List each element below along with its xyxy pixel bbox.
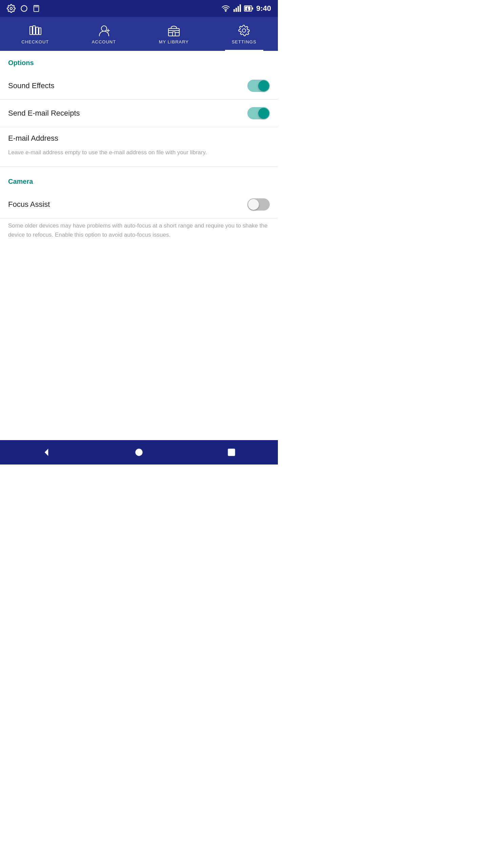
email-address-section: E-mail Address Leave e-mail address empt… (0, 127, 278, 167)
svg-rect-20 (39, 28, 41, 35)
sound-effects-item: Sound Effects (0, 72, 278, 100)
svg-marker-30 (44, 449, 48, 456)
svg-point-29 (242, 29, 246, 32)
nav-item-checkout[interactable]: CHECKOUT (15, 21, 56, 47)
nav-label-my-library: MY LIBRARY (159, 39, 189, 44)
books-icon (28, 24, 42, 37)
home-icon (134, 447, 144, 458)
svg-point-1 (21, 5, 27, 11)
svg-rect-8 (236, 8, 237, 12)
bottom-nav-bar (0, 440, 278, 465)
settings-status-icon (7, 4, 16, 13)
nav-label-settings: SETTINGS (232, 39, 257, 44)
svg-rect-26 (172, 32, 175, 36)
library-icon (167, 24, 181, 37)
recent-icon (226, 447, 237, 458)
email-address-hint: Leave e-mail address empty to use the e-… (8, 148, 270, 164)
nav-item-account[interactable]: ACCOUNT (85, 21, 123, 47)
svg-rect-19 (36, 27, 38, 35)
nav-label-checkout: CHECKOUT (21, 39, 49, 44)
wifi-icon (221, 4, 230, 13)
status-bar: 9:40 (0, 0, 278, 17)
focus-assist-thumb (248, 199, 259, 210)
svg-rect-7 (233, 9, 235, 12)
options-section: Options Sound Effects Send E-mail Receip… (0, 51, 278, 167)
svg-rect-32 (228, 449, 235, 456)
settings-content: Options Sound Effects Send E-mail Receip… (0, 51, 278, 440)
options-section-header: Options (0, 51, 278, 72)
account-icon (97, 24, 111, 37)
send-email-receipts-thumb (258, 108, 269, 119)
battery-icon (244, 4, 253, 13)
svg-rect-17 (30, 26, 32, 35)
camera-section: Camera Focus Assist Some older devices m… (0, 167, 278, 248)
back-button[interactable] (38, 444, 55, 461)
svg-point-6 (225, 11, 226, 12)
email-address-label: E-mail Address (8, 134, 270, 143)
send-email-receipts-label: Send E-mail Receipts (8, 109, 80, 118)
svg-rect-12 (252, 7, 253, 9)
signal-icon (233, 4, 241, 13)
back-icon (41, 447, 52, 458)
nav-label-account: ACCOUNT (92, 39, 116, 44)
svg-rect-10 (240, 4, 241, 12)
send-email-receipts-item: Send E-mail Receipts (0, 100, 278, 127)
settings-nav-icon (237, 24, 251, 37)
sound-effects-thumb (258, 80, 269, 91)
svg-rect-9 (238, 6, 239, 12)
svg-point-31 (135, 449, 142, 456)
focus-assist-hint: Some older devices may have problems wit… (0, 218, 278, 248)
status-bar-left-icons (7, 4, 40, 13)
circle-status-icon (20, 4, 28, 13)
status-bar-right-icons: 9:40 (221, 4, 271, 13)
svg-point-21 (101, 26, 107, 31)
focus-assist-toggle[interactable] (247, 198, 270, 211)
nav-bar: CHECKOUT ACCOUNT MY LIBRARY SETTINGS (0, 17, 278, 51)
svg-rect-18 (33, 26, 35, 35)
svg-point-0 (10, 7, 13, 10)
focus-assist-label: Focus Assist (8, 200, 50, 209)
focus-assist-item: Focus Assist (0, 191, 278, 218)
send-email-receipts-toggle[interactable] (247, 107, 270, 119)
nav-item-settings[interactable]: SETTINGS (225, 21, 263, 47)
recent-button[interactable] (223, 444, 240, 461)
nav-item-my-library[interactable]: MY LIBRARY (152, 21, 196, 47)
status-time: 9:40 (256, 4, 271, 13)
camera-section-header: Camera (0, 170, 278, 191)
sd-card-status-icon (33, 4, 40, 13)
sound-effects-label: Sound Effects (8, 81, 55, 90)
home-button[interactable] (130, 444, 147, 461)
sound-effects-toggle[interactable] (247, 80, 270, 92)
